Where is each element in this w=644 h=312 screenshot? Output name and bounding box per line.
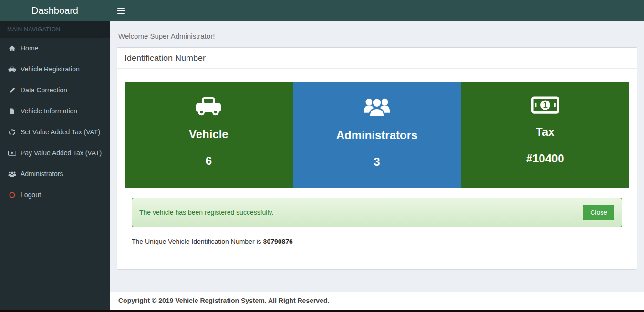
recycle-icon — [7, 129, 17, 136]
window-edge — [0, 310, 644, 312]
sidebar-item-label: Logout — [21, 191, 41, 199]
sidebar-item-label: Vehicle Information — [21, 107, 77, 115]
sidebar-item-logout[interactable]: Logout — [0, 184, 110, 205]
stat-box-administrators: Administrators 3 — [293, 82, 461, 188]
stat-value: 6 — [125, 154, 293, 168]
users-icon — [363, 96, 391, 119]
sidebar-item-data-correction[interactable]: Data Correction — [0, 80, 110, 101]
car-icon — [195, 96, 222, 118]
stat-value: 3 — [293, 155, 461, 169]
stat-label: Tax — [461, 125, 629, 139]
users-icon — [7, 171, 17, 177]
sidebar-toggle-button[interactable] — [110, 0, 132, 21]
uvin-number: 30790876 — [263, 238, 293, 245]
panel-title: Identification Number — [117, 48, 637, 69]
sidebar-item-pay-vat[interactable]: 1 Pay Value Added Tax (VAT) — [0, 142, 110, 163]
success-alert: The vehicle has been registered successf… — [132, 198, 622, 227]
sidebar-item-label: Vehicle Registration — [21, 65, 80, 73]
panel-footer — [117, 259, 637, 269]
content-area: Welcome Super Administrator! Identificat… — [110, 21, 644, 292]
car-icon — [7, 66, 17, 72]
sidebar-item-home[interactable]: Home — [0, 38, 110, 59]
stat-label: Vehicle — [125, 128, 293, 141]
svg-text:1: 1 — [543, 101, 547, 109]
hamburger-icon — [117, 8, 125, 9]
sidebar-item-label: Data Correction — [21, 86, 67, 94]
sidebar-item-label: Pay Value Added Tax (VAT) — [21, 149, 102, 157]
sidebar-section-label: MAIN NAVIGATION — [0, 21, 110, 38]
sidebar-item-label: Administrators — [21, 170, 63, 178]
alert-message: The vehicle has been registered successf… — [139, 209, 273, 216]
navbar — [110, 0, 644, 21]
pencil-icon — [7, 87, 17, 94]
stat-box-tax: 1 Tax #10400 — [461, 82, 629, 188]
top-navbar: Dashboard — [0, 0, 644, 21]
home-icon — [7, 45, 17, 52]
uvin-label: The Unique Vehicle Identification Number… — [132, 238, 261, 245]
sidebar-item-vehicle-information[interactable]: Vehicle Information — [0, 101, 110, 121]
stat-value: #10400 — [461, 152, 629, 165]
sidebar: MAIN NAVIGATION Home Vehicle Registratio… — [0, 21, 110, 312]
sidebar-item-set-vat[interactable]: Set Value Added Tax (VAT) — [0, 121, 110, 142]
stat-label: Administrators — [293, 129, 461, 142]
stat-box-vehicle: Vehicle 6 — [125, 82, 293, 188]
money-icon: 1 — [531, 96, 559, 116]
sidebar-item-label: Set Value Added Tax (VAT) — [21, 128, 100, 136]
footer: Copyright © 2019 Vehicle Registration Sy… — [110, 292, 644, 310]
sidebar-item-label: Home — [21, 44, 38, 52]
welcome-text: Welcome Super Administrator! — [118, 32, 215, 40]
copyright-text: Copyright © 2019 Vehicle Registration Sy… — [118, 297, 329, 304]
app-root: Dashboard MAIN NAVIGATION Home — [0, 0, 644, 312]
sidebar-item-administrators[interactable]: Administrators — [0, 163, 110, 184]
app-logo[interactable]: Dashboard — [0, 0, 110, 21]
stats-row: Vehicle 6 — [125, 82, 629, 188]
identification-panel: Identification Number — [117, 47, 637, 269]
close-button[interactable]: Close — [583, 205, 614, 220]
sidebar-item-vehicle-registration[interactable]: Vehicle Registration — [0, 59, 110, 80]
power-off-icon — [7, 191, 17, 199]
file-icon — [7, 108, 17, 115]
money-icon: 1 — [7, 151, 17, 156]
app-title: Dashboard — [31, 5, 78, 16]
uvin-text: The Unique Vehicle Identification Number… — [132, 238, 622, 245]
